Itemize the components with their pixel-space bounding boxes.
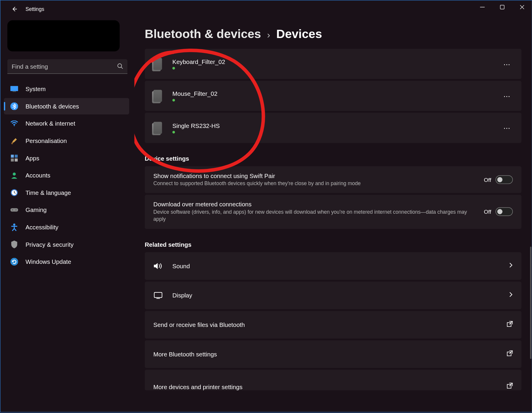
- minimize-button[interactable]: [472, 0, 492, 13]
- link-title: Sound: [173, 262, 509, 269]
- external-link-icon: [507, 382, 513, 390]
- sidebar-item-label: Windows Update: [25, 258, 71, 265]
- device-more-button[interactable]: ⋯: [501, 89, 513, 103]
- device-name: Single RS232-HS: [173, 122, 501, 129]
- search-icon: [117, 63, 123, 71]
- device-row[interactable]: Keyboard_Filter_02 ⋯: [145, 49, 521, 79]
- titlebar: Settings: [0, 0, 532, 18]
- svg-rect-8: [15, 154, 18, 157]
- sidebar-item-windows-update[interactable]: Windows Update: [4, 254, 129, 270]
- status-dot-icon: [173, 99, 175, 101]
- chevron-right-icon: [508, 262, 513, 270]
- sidebar-item-label: Bluetooth & devices: [25, 103, 79, 110]
- toggle-title: Show notifications to connect using Swif…: [153, 172, 475, 179]
- toggle-switch[interactable]: [495, 208, 513, 216]
- search-input[interactable]: [7, 59, 127, 74]
- close-button[interactable]: [512, 0, 532, 13]
- main-content: Bluetooth & devices › Devices Keyboard_F…: [134, 18, 532, 412]
- chevron-right-icon: [508, 291, 513, 299]
- shield-icon: [10, 240, 19, 249]
- breadcrumb: Bluetooth & devices › Devices: [145, 18, 521, 49]
- status-dot-icon: [173, 131, 175, 134]
- toggle-row-swift-pair: Show notifications to connect using Swif…: [145, 166, 521, 193]
- link-row-display[interactable]: Display: [145, 282, 521, 309]
- device-name: Keyboard_Filter_02: [173, 58, 501, 65]
- toggle-state: Off: [484, 208, 491, 215]
- device-icon: [153, 90, 162, 102]
- toggle-desc: Connect to supported Bluetooth devices q…: [153, 180, 475, 187]
- toggle-switch[interactable]: [495, 175, 513, 184]
- maximize-button[interactable]: [492, 0, 512, 13]
- sidebar: System Bluetooth & devices Network & int…: [0, 18, 134, 412]
- svg-rect-3: [12, 91, 16, 92]
- scrollbar[interactable]: [530, 247, 531, 359]
- section-header-device-settings: Device settings: [145, 155, 521, 162]
- svg-point-17: [13, 223, 15, 226]
- svg-point-16: [16, 210, 17, 210]
- external-link-icon: [507, 321, 513, 328]
- svg-point-1: [118, 64, 121, 68]
- external-link-icon: [507, 350, 513, 358]
- sidebar-item-time-language[interactable]: Time & language: [4, 185, 129, 201]
- device-row[interactable]: Single RS232-HS ⋯: [145, 113, 521, 143]
- sidebar-item-label: Accessibility: [25, 224, 58, 231]
- user-profile-redacted: [7, 20, 120, 51]
- status-dot-icon: [173, 67, 175, 70]
- svg-rect-14: [10, 208, 18, 212]
- bluetooth-icon: [10, 102, 19, 111]
- breadcrumb-parent[interactable]: Bluetooth & devices: [145, 27, 261, 41]
- sidebar-item-privacy-security[interactable]: Privacy & security: [4, 236, 129, 253]
- window-title: Settings: [25, 6, 44, 12]
- section-header-related: Related settings: [145, 241, 521, 248]
- apps-icon: [10, 154, 19, 162]
- gamepad-icon: [10, 205, 19, 214]
- sidebar-item-label: Accounts: [25, 172, 50, 179]
- svg-point-18: [10, 258, 18, 266]
- sidebar-item-apps[interactable]: Apps: [4, 150, 129, 166]
- sidebar-item-gaming[interactable]: Gaming: [4, 202, 129, 218]
- device-icon: [153, 58, 162, 70]
- link-row-bt-settings[interactable]: More Bluetooth settings: [145, 340, 521, 368]
- svg-point-11: [13, 172, 16, 175]
- svg-rect-2: [10, 86, 18, 91]
- sidebar-item-label: Privacy & security: [25, 241, 73, 248]
- link-title: More devices and printer settings: [153, 383, 507, 390]
- toggle-desc: Device software (drivers, info, and apps…: [153, 209, 475, 223]
- svg-point-6: [11, 142, 13, 144]
- clock-icon: [10, 188, 19, 197]
- back-button[interactable]: [9, 4, 19, 14]
- sidebar-item-personalisation[interactable]: Personalisation: [4, 133, 129, 149]
- wifi-icon: [10, 119, 19, 128]
- svg-rect-9: [11, 159, 14, 162]
- toggle-row-metered: Download over metered connections Device…: [145, 195, 521, 229]
- sidebar-item-accounts[interactable]: Accounts: [4, 167, 129, 184]
- paintbrush-icon: [10, 136, 19, 145]
- sidebar-item-network[interactable]: Network & internet: [4, 115, 129, 132]
- display-icon: [153, 292, 163, 299]
- sidebar-item-system[interactable]: System: [4, 81, 129, 97]
- device-name: Mouse_Filter_02: [173, 90, 501, 97]
- device-more-button[interactable]: ⋯: [501, 121, 513, 134]
- chevron-right-icon: ›: [267, 29, 270, 41]
- link-title: Display: [173, 292, 509, 299]
- accessibility-icon: [10, 223, 19, 231]
- link-row-sound[interactable]: Sound: [145, 252, 521, 280]
- device-more-button[interactable]: ⋯: [501, 57, 513, 70]
- toggle-title: Download over metered connections: [153, 201, 475, 208]
- update-icon: [10, 257, 19, 266]
- system-icon: [10, 85, 19, 93]
- svg-point-5: [14, 125, 15, 126]
- svg-point-15: [12, 210, 13, 210]
- sidebar-item-label: System: [25, 85, 45, 92]
- link-row-devices-printers[interactable]: More devices and printer settings: [145, 369, 521, 390]
- breadcrumb-current: Devices: [276, 27, 322, 41]
- svg-rect-7: [11, 154, 14, 157]
- svg-rect-10: [15, 159, 18, 162]
- link-row-bt-files[interactable]: Send or receive files via Bluetooth: [145, 311, 521, 338]
- sidebar-item-bluetooth-devices[interactable]: Bluetooth & devices: [4, 98, 129, 115]
- device-row[interactable]: Mouse_Filter_02 ⋯: [145, 81, 521, 111]
- sidebar-item-label: Gaming: [25, 206, 47, 213]
- sidebar-item-accessibility[interactable]: Accessibility: [4, 219, 129, 236]
- toggle-state: Off: [484, 177, 491, 183]
- sidebar-item-label: Apps: [25, 154, 39, 161]
